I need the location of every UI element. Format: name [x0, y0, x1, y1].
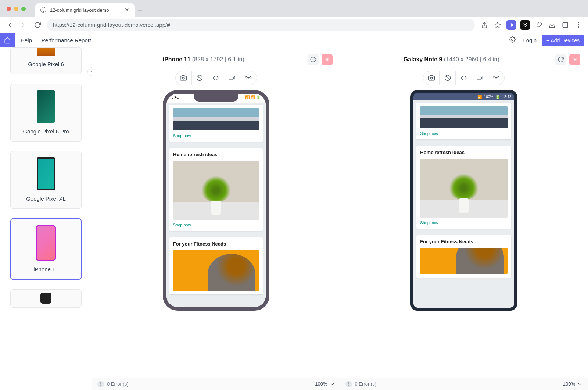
device-thumb-icon	[36, 225, 56, 261]
device-screen[interactable]: Shop now Home refresh ideas Shop now For…	[413, 100, 514, 308]
zoom-select[interactable]: 100%	[315, 381, 334, 387]
status-time: 12:42	[502, 95, 511, 99]
content-card: Home refresh ideas Shop now	[169, 148, 263, 231]
error-count[interactable]: !0 Error (s)	[345, 381, 377, 387]
device-screen[interactable]: Shop now Home refresh ideas Shop now For…	[166, 103, 266, 307]
login-link[interactable]: Login	[523, 37, 537, 43]
device-card-iphone11[interactable]: iPhone 11	[10, 218, 82, 280]
svg-marker-15	[481, 76, 483, 79]
address-bar[interactable]: https://12-column-grid-layout-demo.verce…	[47, 19, 475, 31]
rotate-icon[interactable]	[440, 71, 456, 85]
status-icons: 📶 📶 🔋	[245, 95, 261, 103]
device-panes: iPhone 11 (828 x 1792 | 6.1 in) ✕ 9:41📶 …	[92, 47, 588, 390]
error-count[interactable]: !0 Error (s)	[97, 381, 129, 387]
close-pane-icon[interactable]: ✕	[569, 54, 580, 65]
window-minimize-icon[interactable]	[14, 7, 18, 11]
wifi-icon[interactable]	[240, 71, 257, 85]
devtools-icon[interactable]	[208, 71, 224, 85]
zoom-value: 100%	[563, 381, 575, 387]
window-controls	[7, 7, 26, 11]
sidepanel-icon[interactable]	[561, 21, 570, 29]
window-zoom-icon[interactable]	[21, 7, 26, 11]
device-label: Google Pixel 6	[28, 61, 64, 67]
iphone-frame: 9:41📶 📶 🔋 Shop now Home refresh ideas Sh…	[163, 90, 269, 311]
pane-footer: !0 Error (s) 100%	[340, 378, 588, 390]
svg-marker-1	[495, 22, 501, 27]
close-pane-icon[interactable]: ✕	[322, 54, 333, 65]
device-thumb-icon	[37, 47, 55, 56]
svg-rect-10	[229, 76, 233, 80]
share-icon[interactable]	[480, 21, 489, 29]
back-button[interactable]	[5, 21, 14, 29]
device-toolbar	[175, 71, 257, 85]
app-menu: Help Performance Report	[21, 37, 91, 43]
device-thumb-icon	[40, 293, 51, 304]
card-title: For your Fitness Needs	[420, 239, 508, 244]
svg-point-12	[430, 77, 433, 79]
content-card: Shop now	[169, 105, 263, 142]
main-area: Google Pixel 6 Google Pixel 6 Pro Google…	[0, 47, 588, 390]
device-thumb-icon	[37, 90, 55, 123]
product-image	[420, 106, 508, 128]
menu-performance-report[interactable]: Performance Report	[42, 37, 91, 43]
svg-marker-9	[233, 76, 235, 79]
refresh-icon[interactable]	[555, 54, 566, 65]
menu-help[interactable]: Help	[21, 37, 32, 43]
device-card-partial[interactable]	[10, 289, 82, 308]
globe-icon	[40, 7, 46, 13]
pane-title: iPhone 11 (828 x 1792 | 6.1 in)	[100, 56, 308, 63]
chrome-menu-icon[interactable]	[574, 21, 583, 29]
extension-icon[interactable]: ⊕	[506, 20, 516, 30]
collapse-sidebar-button[interactable]	[87, 67, 92, 76]
wifi-icon[interactable]	[488, 71, 504, 85]
download-icon[interactable]	[548, 21, 556, 29]
shop-now-link[interactable]: Shop now	[173, 133, 259, 138]
status-time: 9:41	[172, 95, 179, 103]
device-sidebar: Google Pixel 6 Google Pixel 6 Pro Google…	[0, 47, 92, 390]
device-card-pixelxl[interactable]: Google Pixel XL	[10, 151, 82, 209]
card-title: For your Fitness Needs	[173, 241, 259, 247]
shop-now-link[interactable]: Shop now	[420, 221, 508, 225]
new-tab-button[interactable]: +	[135, 6, 146, 17]
svg-rect-3	[563, 22, 568, 28]
notch-icon	[194, 94, 238, 102]
error-text: 0 Error (s)	[355, 381, 377, 387]
browser-tab[interactable]: 12-column grid layout demo ✕	[35, 3, 135, 17]
extensions-icon[interactable]	[534, 21, 543, 29]
device-card-pixel6pro[interactable]: Google Pixel 6 Pro	[10, 84, 82, 142]
extension-icon[interactable]	[520, 20, 530, 30]
camera-icon[interactable]	[176, 71, 192, 85]
forward-button[interactable]	[19, 21, 28, 29]
svg-line-14	[445, 76, 449, 80]
star-icon[interactable]	[493, 21, 502, 29]
window-close-icon[interactable]	[7, 7, 11, 11]
settings-icon[interactable]	[509, 36, 516, 44]
product-image	[420, 248, 508, 274]
add-devices-button[interactable]: + Add Devices	[542, 35, 584, 46]
url-text: https://12-column-grid-layout-demo.verce…	[53, 22, 170, 28]
camera-icon[interactable]	[423, 71, 440, 85]
video-icon[interactable]	[472, 71, 488, 85]
devtools-icon[interactable]	[456, 71, 472, 85]
refresh-icon[interactable]	[308, 54, 319, 65]
rotate-icon[interactable]	[192, 71, 208, 85]
tab-close-icon[interactable]: ✕	[125, 7, 129, 13]
content-card: For your Fitness Needs	[416, 235, 511, 278]
home-button[interactable]	[0, 33, 15, 47]
shop-now-link[interactable]: Shop now	[420, 131, 508, 136]
reload-button[interactable]	[33, 21, 42, 29]
device-label: Google Pixel 6 Pro	[23, 128, 69, 135]
battery-icon: 🔋	[495, 95, 500, 99]
zoom-select[interactable]: 100%	[563, 381, 582, 387]
content-card: For your Fitness Needs	[169, 237, 263, 294]
content-card: Home refresh ideas Shop now	[416, 146, 511, 229]
battery-pct: 100%	[484, 95, 494, 99]
device-thumb-icon	[37, 157, 55, 190]
pane-iphone11: iPhone 11 (828 x 1792 | 6.1 in) ✕ 9:41📶 …	[92, 47, 340, 390]
video-icon[interactable]	[224, 71, 240, 85]
device-card-pixel6[interactable]: Google Pixel 6	[10, 47, 82, 74]
browser-nav-bar: https://12-column-grid-layout-demo.verce…	[0, 17, 588, 33]
svg-point-6	[182, 77, 184, 79]
shop-now-link[interactable]: Shop now	[173, 223, 259, 227]
pane-title: Galaxy Note 9 (1440 x 2960 | 6.4 in)	[348, 56, 556, 63]
